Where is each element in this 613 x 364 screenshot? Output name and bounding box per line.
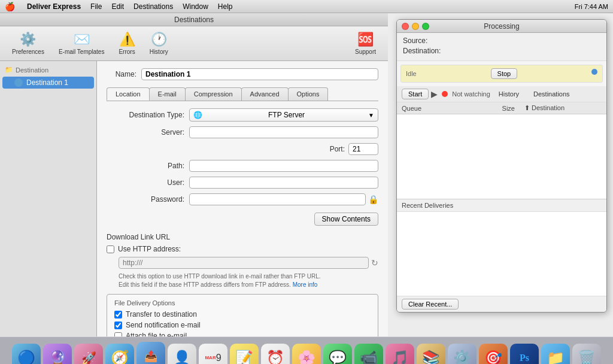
attach-label: Attach file to e-mail — [126, 332, 187, 336]
dock-item-photos[interactable]: 🌸 — [292, 344, 321, 365]
apple-menu[interactable]: 🍎 — [5, 2, 15, 11]
destination-icon — [14, 78, 23, 87]
support-label: Support — [355, 48, 376, 55]
path-input[interactable] — [189, 160, 378, 172]
source-row: Source: — [403, 37, 600, 45]
menu-destinations[interactable]: Destinations — [133, 2, 173, 11]
dock-item-siri[interactable]: 🔮 — [43, 344, 72, 365]
port-input[interactable] — [348, 143, 378, 155]
destination-type-label: Destination Type: — [107, 111, 184, 119]
preferences-button[interactable]: ⚙️ Preferences — [7, 29, 49, 57]
dock-item-messages[interactable]: 💬 — [323, 344, 352, 365]
finder-icon: 🔵 — [12, 344, 41, 365]
history-button[interactable]: 🕐 History — [145, 29, 173, 57]
source-label: Source: — [403, 37, 445, 45]
tab-location[interactable]: Location — [107, 87, 150, 101]
destination-type-select[interactable]: 🌐 FTP Server ▼ — [189, 108, 378, 122]
dock-item-facetime[interactable]: 📹 — [354, 344, 383, 365]
play-icon[interactable]: ▶ — [431, 89, 438, 99]
transfer-checkbox[interactable] — [114, 311, 122, 318]
start-button[interactable]: Start — [402, 89, 429, 99]
systemprefs-icon: ⚙️ — [448, 344, 477, 365]
dock-item-safari[interactable]: 🧭 — [105, 344, 134, 365]
errors-button[interactable]: ⚠️ Errors — [114, 29, 139, 57]
dock-item-filemanager[interactable]: 📁 — [541, 344, 570, 365]
main-panel: Name: Location E-mail Compression Advanc… — [97, 61, 388, 336]
recent-deliveries-label: Recent Deliveries — [397, 199, 606, 212]
dock-item-launchpad[interactable]: 🚀 — [74, 344, 103, 365]
name-row: Name: — [107, 68, 378, 80]
name-input[interactable] — [141, 68, 378, 80]
email-templates-button[interactable]: ✉️ E-mail Templates — [54, 29, 110, 57]
processing-titlebar: Processing — [397, 20, 606, 33]
processing-title: Processing — [484, 22, 519, 31]
menu-edit[interactable]: Edit — [111, 2, 124, 11]
reminders-icon: ⏰ — [261, 344, 290, 365]
hint-text: Check this option to use HTTP download l… — [119, 272, 378, 289]
dock-item-itunes[interactable]: 🎵 — [386, 344, 414, 365]
dock-item-systemprefs[interactable]: ⚙️ — [448, 344, 477, 365]
transfer-label: Transfer to destination — [126, 310, 197, 318]
clear-recent-button[interactable]: Clear Recent... — [402, 299, 459, 310]
sidebar: 📁 Destination Destination 1 — [0, 61, 97, 336]
password-row: Password: 🔒 — [107, 193, 378, 205]
support-button[interactable]: 🆘 Support — [350, 29, 381, 57]
main-area: Destinations ⚙️ Preferences ✉️ E-mail Te… — [0, 13, 613, 336]
dock-item-notes[interactable]: 📝 — [230, 344, 259, 365]
destinations-tab[interactable]: Destinations — [527, 89, 576, 99]
user-row: User: — [107, 177, 378, 189]
filemanager-icon: 📁 — [541, 344, 570, 365]
sidebar-item-destination1[interactable]: Destination 1 — [2, 77, 94, 89]
use-http-checkbox[interactable] — [107, 245, 114, 253]
source-dest-area: Source: Destination: — [397, 33, 606, 61]
tab-options[interactable]: Options — [288, 87, 329, 101]
show-contents-button[interactable]: Show Contents — [314, 213, 378, 226]
history-tab[interactable]: History — [493, 89, 525, 99]
tab-email[interactable]: E-mail — [149, 87, 186, 101]
messages-icon: 💬 — [323, 344, 352, 365]
server-input[interactable] — [189, 126, 378, 138]
dock-item-reminders[interactable]: ⏰ — [261, 344, 290, 365]
http-url-input[interactable] — [119, 257, 369, 269]
password-input[interactable] — [189, 193, 366, 205]
deliver-icon: 📤 — [136, 342, 165, 365]
queue-area — [397, 114, 606, 199]
queue-label: Queue — [402, 105, 479, 112]
attach-checkbox[interactable] — [114, 332, 122, 337]
dock-item-calendar[interactable]: MAR 9 — [199, 344, 227, 365]
dock-item-deliver[interactable]: 📤 — [136, 342, 165, 365]
photos-icon: 🌸 — [292, 344, 321, 365]
menu-help[interactable]: Help — [218, 2, 233, 11]
dock-item-contacts[interactable]: 👤 — [168, 344, 196, 365]
photoshop-icon: Ps — [510, 344, 539, 365]
port-label: Port: — [330, 145, 345, 153]
dock-item-finder[interactable]: 🔵 — [12, 344, 41, 365]
notify-checkbox-row: Send notification e-mail — [114, 321, 371, 329]
errors-icon: ⚠️ — [119, 32, 135, 47]
maximize-button[interactable] — [422, 23, 429, 30]
dock-item-photoshop[interactable]: Ps — [510, 344, 539, 365]
tab-advanced[interactable]: Advanced — [241, 87, 289, 101]
tab-compression[interactable]: Compression — [185, 87, 242, 101]
minimize-button[interactable] — [412, 23, 419, 30]
refresh-icon[interactable]: ↻ — [371, 258, 378, 268]
url-input-row: ↻ — [119, 257, 378, 269]
close-button[interactable] — [402, 23, 409, 30]
user-label: User: — [107, 178, 184, 187]
dock-item-ibooks[interactable]: 📚 — [417, 344, 445, 365]
menubar: 🍎 Deliver Express File Edit Destinations… — [0, 0, 613, 13]
menu-window[interactable]: Window — [183, 2, 208, 11]
stop-button[interactable]: Stop — [491, 68, 518, 79]
lock-icon: 🔒 — [368, 195, 378, 204]
more-info-link[interactable]: More info — [293, 281, 318, 288]
destination-col-header: ⬆ Destination — [515, 104, 602, 112]
dock-item-trash[interactable]: 🗑️ — [572, 344, 601, 365]
server-label: Server: — [107, 128, 184, 136]
progress-area: Idle Stop — [400, 65, 603, 83]
menu-file[interactable]: File — [90, 2, 102, 11]
notify-checkbox[interactable] — [114, 321, 122, 329]
dock-item-app1[interactable]: 🎯 — [479, 344, 508, 365]
contacts-icon: 👤 — [168, 344, 196, 365]
siri-icon: 🔮 — [43, 344, 72, 365]
user-input[interactable] — [189, 177, 378, 189]
